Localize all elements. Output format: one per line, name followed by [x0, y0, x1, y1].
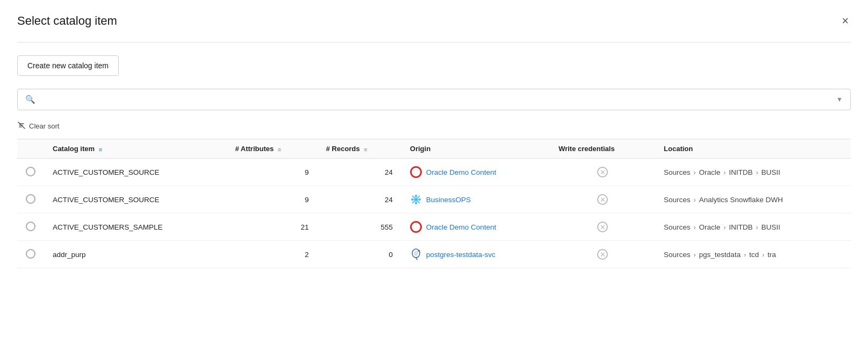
row-records: 555 [318, 213, 401, 241]
location-arrow: › [692, 223, 698, 231]
location-arrow: › [721, 168, 728, 176]
snowflake-icon [410, 194, 422, 205]
row-attributes: 9 [226, 159, 317, 186]
row-write-credentials: ✕ [550, 241, 655, 268]
row-origin: Oracle Demo Content [401, 213, 550, 241]
col-header-records: # Records ≡ [318, 139, 401, 159]
clear-sort-button[interactable]: Clear sort [17, 121, 851, 131]
search-icon: 🔍 [25, 95, 35, 104]
row-attributes: 2 [226, 241, 317, 268]
location-arrow: › [754, 223, 761, 231]
row-records: 24 [318, 186, 401, 213]
row-origin: BusinessOPS [401, 186, 550, 213]
catalog-table: Catalog item ≡ # Attributes ≡ # Records … [17, 139, 851, 268]
location-segment: BUSII [762, 168, 780, 176]
select-catalog-modal: Select catalog item × Create new catalog… [0, 0, 868, 349]
row-write-credentials: ✕ [550, 213, 655, 241]
close-button[interactable]: × [840, 13, 851, 29]
row-radio-button[interactable] [26, 194, 35, 204]
row-radio-button[interactable] [26, 222, 35, 231]
origin-link[interactable]: Oracle Demo Content [426, 168, 497, 176]
location-segment: Sources [664, 223, 691, 231]
location-arrow: › [692, 251, 698, 259]
row-radio-cell [17, 186, 44, 213]
col-header-origin: Origin [401, 139, 550, 159]
modal-title: Select catalog item [17, 14, 117, 28]
svg-line-18 [416, 258, 417, 260]
row-origin: postgres-testdata-svc [401, 241, 550, 268]
header-divider [17, 42, 851, 42]
row-attributes: 21 [226, 213, 317, 241]
write-cred-icon: ✕ [597, 249, 608, 260]
origin-link[interactable]: BusinessOPS [426, 196, 471, 204]
row-radio-cell [17, 241, 44, 268]
location-arrow: › [721, 223, 728, 231]
location-arrow: › [760, 251, 766, 259]
col-header-attributes: # Attributes ≡ [226, 139, 317, 159]
origin-link[interactable]: postgres-testdata-svc [426, 251, 496, 259]
row-radio-button[interactable] [26, 249, 35, 259]
row-catalog-item: addr_purp [44, 241, 226, 268]
row-catalog-item: ACTIVE_CUSTOMER_SOURCE [44, 186, 226, 213]
write-cred-icon: ✕ [597, 167, 608, 177]
location-segment: Sources [664, 251, 691, 259]
create-catalog-item-button[interactable]: Create new catalog item [17, 55, 119, 76]
row-records: 24 [318, 159, 401, 186]
sort-icon-records[interactable]: ≡ [364, 146, 367, 153]
row-write-credentials: ✕ [550, 159, 655, 186]
table-header-row: Catalog item ≡ # Attributes ≡ # Records … [17, 139, 851, 159]
sort-icon-attributes[interactable]: ≡ [278, 146, 281, 153]
location-segment: Oracle [699, 168, 721, 176]
row-origin: Oracle Demo Content [401, 159, 550, 186]
row-catalog-item: ACTIVE_CUSTOMER_SOURCE [44, 159, 226, 186]
row-records: 0 [318, 241, 401, 268]
write-cred-icon: ✕ [597, 194, 608, 205]
location-segment: Oracle [699, 223, 721, 231]
row-radio-button[interactable] [26, 167, 35, 176]
svg-point-17 [414, 251, 418, 256]
svg-line-19 [418, 251, 420, 251]
location-segment: BUSII [762, 223, 780, 231]
col-header-location: Location [655, 139, 851, 159]
row-location: Sources › pgs_testdata › tcd › tra [655, 241, 851, 268]
sort-icon-catalog[interactable]: ≡ [99, 146, 102, 153]
row-location: Sources › Oracle › INITDB › BUSII [655, 213, 851, 241]
location-segment: Sources [664, 168, 691, 176]
search-input[interactable] [39, 95, 834, 104]
location-segment: Analytics Snowflake DWH [699, 196, 783, 204]
oracle-icon [410, 221, 422, 233]
table-row: ACTIVE_CUSTOMERS_SAMPLE21555Oracle Demo … [17, 213, 851, 241]
location-segment: INITDB [729, 223, 752, 231]
table-row: ACTIVE_CUSTOMER_SOURCE924 BusinessOPS✕So… [17, 186, 851, 213]
sort-clear-icon [17, 121, 26, 131]
row-location: Sources › Oracle › INITDB › BUSII [655, 159, 851, 186]
location-segment: Sources [664, 196, 691, 204]
location-segment: tcd [749, 251, 759, 259]
location-arrow: › [754, 168, 761, 176]
col-header-write-credentials: Write credentials [550, 139, 655, 159]
clear-sort-label: Clear sort [29, 122, 59, 130]
row-location: Sources › Analytics Snowflake DWH [655, 186, 851, 213]
location-segment: pgs_testdata [699, 251, 741, 259]
origin-link[interactable]: Oracle Demo Content [426, 223, 497, 231]
postgres-icon [410, 248, 422, 260]
location-arrow: › [742, 251, 748, 259]
table-row: addr_purp20 postgres-testdata-svc✕Source… [17, 241, 851, 268]
row-write-credentials: ✕ [550, 186, 655, 213]
modal-header: Select catalog item × [17, 13, 851, 29]
row-radio-cell [17, 159, 44, 186]
write-cred-icon: ✕ [597, 222, 608, 232]
row-catalog-item: ACTIVE_CUSTOMERS_SAMPLE [44, 213, 226, 241]
table-row: ACTIVE_CUSTOMER_SOURCE924Oracle Demo Con… [17, 159, 851, 186]
col-header-catalog-item: Catalog item ≡ [44, 139, 226, 159]
location-segment: tra [767, 251, 776, 259]
chevron-down-icon[interactable]: ▼ [836, 96, 843, 103]
search-bar: 🔍 ▼ [17, 89, 851, 110]
location-arrow: › [692, 196, 698, 204]
row-attributes: 9 [226, 186, 317, 213]
row-radio-cell [17, 213, 44, 241]
col-header-radio [17, 139, 44, 159]
location-segment: INITDB [729, 168, 752, 176]
location-arrow: › [692, 168, 698, 176]
oracle-icon [410, 166, 422, 178]
